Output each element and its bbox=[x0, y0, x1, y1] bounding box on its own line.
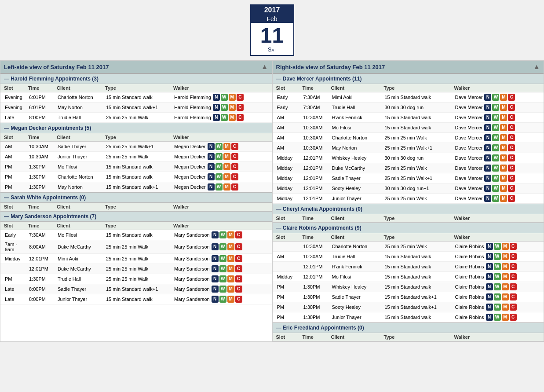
time: 12:01PM bbox=[303, 264, 331, 270]
slot: Midday bbox=[276, 274, 303, 280]
appt-row: PM 1:30PM Trudie Hall 25 min 25 min Walk… bbox=[0, 274, 272, 284]
badge-c: C bbox=[508, 114, 515, 121]
col-header: Client bbox=[57, 204, 105, 209]
left-panel-content: — Harold Flemming Appointments (3)SlotTi… bbox=[0, 73, 272, 304]
appt-row: PM 1:30PM Sadie Thayer 15 min Standard w… bbox=[273, 292, 544, 302]
section-header: — Megan Decker Appointments (5) bbox=[0, 123, 272, 133]
slot: AM bbox=[276, 145, 303, 151]
appt-row: Early 7:30AM Mimi Aoki 15 min Standard w… bbox=[273, 92, 544, 103]
appt-row: AM 10:30AM Junior Thayer 25 min 25 min W… bbox=[0, 152, 272, 162]
badge-m: M bbox=[223, 163, 230, 170]
walker-cell: Mary Sanderson N W M C bbox=[173, 275, 268, 283]
slot bbox=[276, 266, 303, 267]
client: Trudie Hall bbox=[57, 276, 105, 282]
badge-c: C bbox=[231, 173, 238, 180]
walker-cell: Megan Decker N W M C bbox=[173, 163, 268, 171]
badge-c: C bbox=[510, 243, 517, 250]
badge-m: M bbox=[500, 134, 507, 141]
col-headers: SlotTimeClientTypeWalker bbox=[0, 203, 272, 211]
walker-cell: Mary Sanderson N W M C bbox=[173, 255, 268, 263]
calendar-header: 2017 Feb 11 Sat bbox=[250, 4, 294, 56]
badge-w: W bbox=[492, 134, 499, 141]
appt-row: Midday 12:01PM Sooty Healey 30 min 30 do… bbox=[273, 183, 544, 194]
type: 25 min 25 min Walk bbox=[105, 276, 173, 282]
col-header: Time bbox=[28, 204, 57, 209]
badge-c: C bbox=[235, 265, 242, 272]
time: 10:30AM bbox=[303, 114, 331, 121]
badge-w: W bbox=[492, 175, 499, 182]
client: Junior Thayer bbox=[331, 195, 384, 201]
badge-group: N W M C bbox=[208, 163, 238, 170]
walker-cell: Claire Robins N W M C bbox=[454, 263, 540, 271]
badge-c: C bbox=[237, 104, 244, 111]
badge-m: M bbox=[223, 153, 230, 160]
walker: Claire Robins bbox=[455, 315, 484, 320]
badge-group: N W M C bbox=[486, 253, 517, 260]
type: 15 min Standard walk+1 bbox=[384, 294, 454, 300]
right-panel-content: — Dave Mercer Appointments (11)SlotTimeC… bbox=[273, 73, 544, 341]
type: 25 min 25 min Walk bbox=[384, 195, 454, 201]
slot: Late bbox=[4, 286, 28, 292]
client: Mo Filosi bbox=[57, 164, 105, 170]
badge-c: C bbox=[235, 286, 242, 293]
type: 30 min 30 dog run+1 bbox=[384, 185, 454, 191]
client: Charlotte Norton bbox=[331, 135, 384, 141]
col-header: Time bbox=[303, 216, 331, 221]
walker-cell: Harold Flemming N W M C bbox=[173, 93, 268, 101]
badge-group: N W M C bbox=[484, 94, 515, 101]
walker: Dave Mercer bbox=[455, 165, 483, 171]
walker-cell: Megan Decker N W M C bbox=[173, 143, 268, 150]
time: 10:30AM bbox=[303, 145, 331, 151]
type: 15 min Standard walk bbox=[384, 314, 454, 320]
type: 15 min Standard walk+1 bbox=[105, 286, 173, 292]
badge-m: M bbox=[223, 183, 230, 191]
badge-w: W bbox=[492, 144, 499, 151]
client: Junior Thayer bbox=[57, 154, 105, 160]
badge-group: N W M C bbox=[484, 114, 515, 121]
badge-c: C bbox=[235, 243, 242, 250]
walker-cell: Dave Mercer N W M C bbox=[454, 134, 540, 142]
appt-row: AM 10:30AM Mo Filosi 15 min Standard wal… bbox=[273, 123, 544, 133]
left-panel: Left-side view of Saturday Feb 11 2017 ▲… bbox=[0, 60, 272, 342]
walker-cell: Megan Decker N W M C bbox=[173, 153, 268, 161]
type: 15 min Standard walk bbox=[384, 125, 454, 131]
walker: Megan Decker bbox=[174, 154, 206, 159]
appt-row: AM 10:30AM H'ank Fennick 15 min Standard… bbox=[273, 113, 544, 123]
walker: Dave Mercer bbox=[455, 145, 483, 150]
type: 15 min Standard walk bbox=[384, 274, 454, 280]
badge-m: M bbox=[500, 104, 507, 111]
type: 15 min Standard walk bbox=[384, 284, 454, 290]
badge-group: N W M C bbox=[208, 153, 238, 160]
right-scroll-indicator[interactable]: ▲ bbox=[533, 63, 540, 71]
time: 1:30PM bbox=[28, 184, 57, 190]
type: 15 min Standard walk bbox=[384, 94, 454, 100]
left-scroll-indicator[interactable]: ▲ bbox=[261, 63, 268, 71]
col-header: Walker bbox=[173, 204, 226, 209]
walker: Dave Mercer bbox=[455, 135, 483, 140]
walker-cell: Dave Mercer N W M C bbox=[454, 114, 540, 121]
walker-cell: Dave Mercer N W M C bbox=[454, 174, 540, 182]
walker: Mary Sanderson bbox=[174, 266, 210, 271]
slot: AM bbox=[276, 114, 303, 121]
badge-w: W bbox=[219, 243, 226, 250]
walker: Dave Mercer bbox=[455, 196, 483, 201]
type: 15 min Standard walk bbox=[105, 296, 173, 302]
client: H'ank Fennick bbox=[331, 264, 384, 270]
badge-m: M bbox=[227, 231, 234, 238]
badge-n: N bbox=[208, 173, 215, 180]
badge-c: C bbox=[231, 153, 238, 160]
badge-group: N W M C bbox=[484, 165, 515, 172]
right-panel-header: Right-side view of Saturday Feb 11 2017 … bbox=[273, 61, 544, 73]
col-header: Slot bbox=[4, 223, 28, 228]
appt-row: Midday 12:01PM Duke McCarthy 25 min 25 m… bbox=[273, 163, 544, 173]
slot: PM bbox=[276, 284, 303, 290]
badge-n: N bbox=[212, 265, 219, 272]
slot: AM bbox=[4, 143, 28, 150]
badge-n: N bbox=[212, 231, 219, 238]
badge-n: N bbox=[484, 165, 491, 172]
slot: 7am - 9am bbox=[4, 241, 28, 253]
appt-row: 12:01PM H'ank Fennick 15 min Standard wa… bbox=[273, 262, 544, 272]
client: H'ank Fennick bbox=[331, 114, 384, 121]
time: 8:00AM bbox=[28, 244, 57, 250]
time: 6:01PM bbox=[28, 104, 57, 110]
